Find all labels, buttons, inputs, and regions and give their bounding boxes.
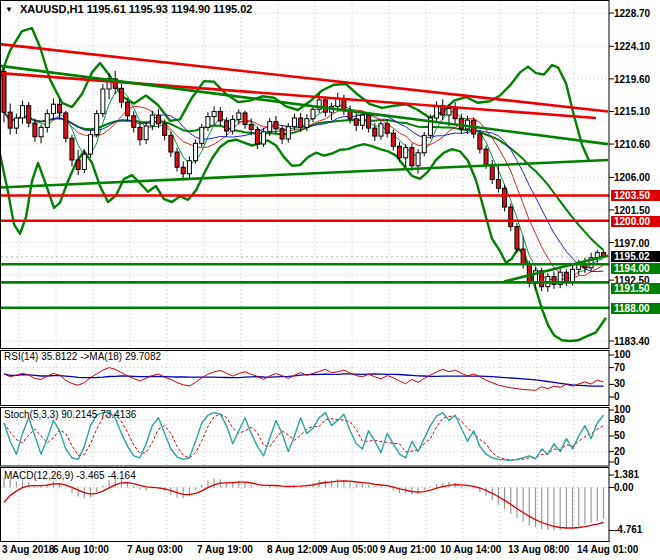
macd-indicator-header: MACD(12,26,9) -3.465 -4.164 xyxy=(4,470,136,481)
price-level-badge: 1194.00 xyxy=(611,263,660,274)
time-axis-label: 7 Aug 03:00 xyxy=(127,544,183,555)
time-axis-label: 6 Aug 10:00 xyxy=(53,544,109,555)
price-axis-label: 1210.60 xyxy=(614,139,650,150)
price-axis-label: 1219.60 xyxy=(614,74,650,85)
time-axis-label: 13 Aug 08:00 xyxy=(508,544,569,555)
rsi-axis-label: 0 xyxy=(614,392,620,402)
price-level-badge: 1195.02 xyxy=(611,251,660,262)
chart-title: ▼ XAUUSD,H1 1195.61 1195.93 1194.90 1195… xyxy=(5,3,252,15)
price-axis-label: 1228.70 xyxy=(614,8,650,19)
time-axis-label: 14 Aug 01:00 xyxy=(577,544,638,555)
rsi-axis-label: 70 xyxy=(614,363,625,373)
time-axis-label: 9 Aug 05:00 xyxy=(322,544,378,555)
stoch-axis-label: 80 xyxy=(614,415,625,425)
rsi-panel-series xyxy=(4,368,604,391)
rsi-indicator-header: RSI(14) 35.8122 ->MA(18) 29.7082 xyxy=(4,351,161,362)
macd-axis-label: -4.761 xyxy=(614,525,642,535)
price-level-badge: 1188.00 xyxy=(611,303,660,314)
price-axis-label: 1201.50 xyxy=(614,205,650,216)
macd-panel-series xyxy=(4,478,604,531)
price-level-badge: 1191.50 xyxy=(611,283,660,294)
price-level-badge: 1203.50 xyxy=(611,190,660,201)
time-axis-label: 8 Aug 12:00 xyxy=(267,544,323,555)
moving-averages xyxy=(4,90,604,280)
price-axis-label: 1206.00 xyxy=(614,172,650,183)
price-axis-label: 1224.10 xyxy=(614,41,650,52)
stoch-indicator-header: Stoch(5,3,3) 90.2145 73.4136 xyxy=(4,409,136,420)
price-level-badge: 1200.00 xyxy=(611,216,660,227)
trading-chart-window: ▼ XAUUSD,H1 1195.61 1195.93 1194.90 1195… xyxy=(0,0,660,560)
time-axis-label: 3 Aug 2018 xyxy=(2,544,54,555)
macd-axis-label: 1.381 xyxy=(614,470,639,480)
price-axis-label: 1197.00 xyxy=(614,238,650,249)
price-axis-label: 1215.10 xyxy=(614,106,650,117)
symbol-period-label: XAUUSD,H1 xyxy=(20,3,84,15)
panel-borders xyxy=(1,1,610,542)
symbol-dropdown-icon[interactable]: ▼ xyxy=(5,5,13,14)
macd-axis-label: 0.00 xyxy=(614,483,633,493)
price-axis-label: 1183.40 xyxy=(614,336,650,347)
stoch-axis-label: 50 xyxy=(614,431,625,441)
rsi-axis-label: 100 xyxy=(614,350,631,360)
time-axis-label: 10 Aug 14:00 xyxy=(440,544,501,555)
ohlc-values: 1195.61 1195.93 1194.90 1195.02 xyxy=(87,3,253,15)
stoch-axis-label: 0 xyxy=(614,457,620,467)
time-axis[interactable]: 3 Aug 20186 Aug 10:007 Aug 03:007 Aug 19… xyxy=(0,544,660,560)
support-resistance-levels xyxy=(1,195,609,307)
time-axis-label: 7 Aug 19:00 xyxy=(197,544,253,555)
time-axis-label: 9 Aug 21:00 xyxy=(380,544,436,555)
rsi-axis-label: 30 xyxy=(614,379,625,389)
